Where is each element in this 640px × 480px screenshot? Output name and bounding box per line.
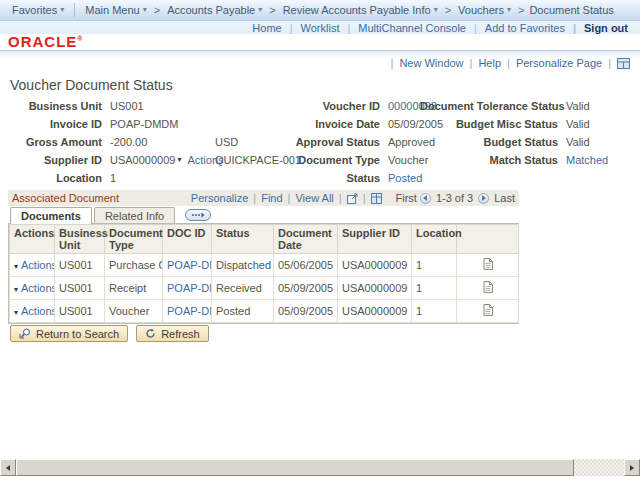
budget-status-value: Valid bbox=[566, 136, 590, 148]
application-window: Favorites ▾ Main Menu ▾ > Accounts Payab… bbox=[0, 0, 640, 480]
field-gross-amount: Gross Amount -200.00 USD bbox=[10, 133, 224, 151]
worklist-link[interactable]: Worklist bbox=[282, 22, 340, 34]
field-label: Document Type bbox=[282, 154, 380, 166]
chevron-down-icon: ▾ bbox=[258, 6, 262, 14]
cell-document-type: Receipt bbox=[105, 277, 163, 300]
breadcrumb-separator: > bbox=[445, 4, 451, 16]
home-link[interactable]: Home bbox=[252, 22, 281, 34]
field-label: Budget Status bbox=[420, 136, 558, 148]
section-title: Associated Document bbox=[12, 192, 119, 204]
field-label: Business Unit bbox=[10, 100, 102, 112]
supplier-actions-dropdown-icon[interactable]: ▾ bbox=[177, 156, 181, 164]
table-row: ▾Actions US001 Receipt POAP-DM Received … bbox=[10, 277, 519, 300]
field-match-status: Match Status Matched bbox=[420, 151, 608, 169]
download-grid-icon[interactable] bbox=[358, 192, 382, 204]
row-actions-link[interactable]: Actions bbox=[21, 259, 54, 271]
sign-out-link[interactable]: Sign out bbox=[565, 22, 628, 34]
scroll-left-icon[interactable] bbox=[0, 459, 16, 476]
field-column-left: Business Unit US001 Invoice ID POAP-DMDM… bbox=[10, 97, 224, 187]
cell-location: 1 bbox=[412, 300, 457, 323]
cell-view-document bbox=[457, 300, 519, 323]
row-actions-dropdown-icon[interactable]: ▾ bbox=[14, 285, 18, 294]
refresh-button[interactable]: Refresh bbox=[136, 325, 209, 342]
field-business-unit: Business Unit US001 bbox=[10, 97, 224, 115]
doc-tolerance-status-value: Valid bbox=[566, 100, 590, 112]
cell-actions: ▾Actions bbox=[10, 300, 55, 323]
scrollbar-thumb[interactable] bbox=[16, 459, 574, 476]
table-row: ▾Actions US001 Voucher POAP-DM Posted 05… bbox=[10, 300, 519, 323]
cell-actions: ▾Actions bbox=[10, 277, 55, 300]
field-budget-status: Budget Status Valid bbox=[420, 133, 608, 151]
chevron-down-icon: ▾ bbox=[60, 6, 64, 14]
row-actions-dropdown-icon[interactable]: ▾ bbox=[14, 262, 18, 271]
field-label: Budget Misc Status bbox=[420, 118, 558, 130]
grid-tab-strip: Documents Related Info bbox=[8, 206, 519, 224]
header-location: Location bbox=[412, 225, 457, 254]
refresh-label: Refresh bbox=[161, 328, 200, 340]
cell-doc-id-link[interactable]: POAP-DM bbox=[163, 254, 212, 277]
row-actions-dropdown-icon[interactable]: ▾ bbox=[14, 308, 18, 317]
cell-doc-id-link[interactable]: POAP-DM bbox=[163, 277, 212, 300]
return-to-search-button[interactable]: Return to Search bbox=[10, 325, 128, 342]
tab-documents[interactable]: Documents bbox=[10, 207, 92, 224]
field-label: Gross Amount bbox=[10, 136, 102, 148]
table-row: ▾Actions US001 Purchase Order POAP-DM Di… bbox=[10, 254, 519, 277]
breadcrumb-label: Accounts Payable bbox=[167, 4, 255, 16]
divider bbox=[74, 3, 75, 17]
personalize-link[interactable]: Personalize bbox=[191, 192, 248, 204]
match-status-link[interactable]: Matched bbox=[566, 154, 608, 166]
field-label: Status bbox=[282, 172, 380, 184]
cell-doc-id-link[interactable]: POAP-DM bbox=[163, 300, 212, 323]
main-menu[interactable]: Main Menu ▾ bbox=[81, 4, 150, 16]
currency-code: USD bbox=[215, 136, 238, 148]
row-actions-link[interactable]: Actions bbox=[21, 305, 54, 317]
document-icon[interactable] bbox=[483, 283, 493, 295]
multichannel-console-link[interactable]: MultiChannel Console bbox=[339, 22, 465, 34]
header-status: Status bbox=[212, 225, 274, 254]
add-to-favorites-link[interactable]: Add to Favorites bbox=[466, 22, 565, 34]
header-document-type: Document Type bbox=[105, 225, 163, 254]
zoom-window-icon[interactable] bbox=[334, 192, 358, 204]
chevron-down-icon: ▾ bbox=[143, 6, 147, 14]
next-rows-icon[interactable] bbox=[478, 193, 489, 204]
cell-business-unit: US001 bbox=[55, 277, 105, 300]
scroll-right-icon[interactable] bbox=[624, 459, 640, 476]
personalize-page-link[interactable]: Personalize Page bbox=[501, 57, 602, 69]
tab-related-info[interactable]: Related Info bbox=[94, 207, 175, 223]
new-window-link[interactable]: New Window bbox=[385, 57, 464, 69]
previous-rows-icon[interactable] bbox=[420, 193, 431, 204]
breadcrumb-item-accounts-payable[interactable]: Accounts Payable ▾ bbox=[163, 4, 266, 16]
grid-toolbar: Personalize Find View All First 1-3 of 3… bbox=[191, 192, 515, 204]
breadcrumb-item-document-status: Document Status bbox=[527, 4, 615, 16]
section-header: Associated Document Personalize Find Vie… bbox=[8, 190, 519, 206]
breadcrumb-separator: > bbox=[518, 4, 524, 16]
field-label: Supplier ID bbox=[10, 154, 102, 166]
documents-grid: Actions Business Unit Document Type DOC … bbox=[8, 224, 519, 324]
layout-grid-icon[interactable] bbox=[602, 57, 630, 69]
favorites-menu[interactable]: Favorites ▾ bbox=[8, 4, 68, 16]
cell-view-document bbox=[457, 254, 519, 277]
supplier-id-value: USA0000009 bbox=[110, 154, 175, 166]
cell-location: 1 bbox=[412, 277, 457, 300]
document-icon[interactable] bbox=[483, 306, 493, 318]
header-view-document bbox=[457, 225, 519, 254]
cell-document-date: 05/06/2005 bbox=[274, 254, 338, 277]
field-label: Location bbox=[10, 172, 102, 184]
associated-document-section: Associated Document Personalize Find Vie… bbox=[8, 190, 519, 324]
row-actions-link[interactable]: Actions bbox=[21, 282, 54, 294]
cell-document-type: Voucher bbox=[105, 300, 163, 323]
view-all-link[interactable]: View All bbox=[283, 192, 334, 204]
field-doc-tolerance-status: Document Tolerance Status Valid bbox=[420, 97, 608, 115]
show-all-columns-icon[interactable] bbox=[185, 209, 211, 221]
help-link[interactable]: Help bbox=[464, 57, 501, 69]
cell-status: Received bbox=[212, 277, 274, 300]
breadcrumb-item-vouchers[interactable]: Vouchers ▾ bbox=[454, 4, 515, 16]
field-label: Document Tolerance Status bbox=[420, 100, 558, 112]
header-actions: Actions bbox=[10, 225, 55, 254]
cell-business-unit: US001 bbox=[55, 254, 105, 277]
status-link[interactable]: Posted bbox=[388, 172, 422, 184]
registered-mark: ® bbox=[77, 35, 82, 42]
find-link[interactable]: Find bbox=[248, 192, 282, 204]
breadcrumb-item-review-ap-info[interactable]: Review Accounts Payable Info ▾ bbox=[279, 4, 442, 16]
document-icon[interactable] bbox=[483, 260, 493, 272]
